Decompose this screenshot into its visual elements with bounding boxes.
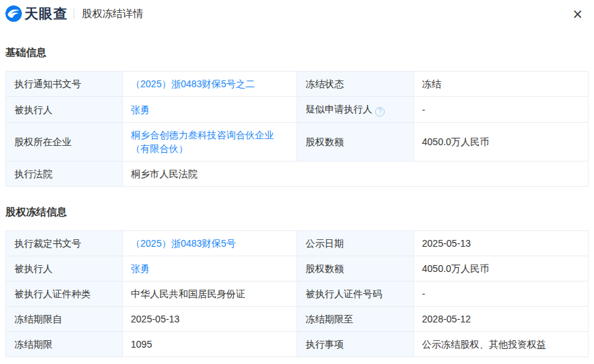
field-label: 执行法院 bbox=[6, 162, 123, 187]
tianyancha-logo-icon bbox=[5, 5, 22, 22]
field-label: 执行事项 bbox=[297, 332, 413, 357]
field-label: 冻结期限自 bbox=[6, 307, 123, 332]
field-label: 股权数额 bbox=[297, 256, 413, 282]
executed-person-link[interactable]: 张勇 bbox=[131, 104, 150, 115]
table-row: 被执行人 张勇 疑似申请执行人? - bbox=[6, 97, 589, 123]
field-label: 执行裁定书文号 bbox=[6, 231, 123, 256]
basic-info-table: 执行通知书文号 （2025）浙0483财保5号之二 冻结状态 冻结 被执行人 张… bbox=[5, 71, 589, 187]
help-icon[interactable]: ? bbox=[375, 107, 385, 117]
section-title-freeze-info: 股权冻结信息 bbox=[5, 206, 589, 219]
freeze-info-table: 执行裁定书文号 （2025）浙0483财保5号 公示日期 2025-05-13 … bbox=[5, 230, 589, 357]
table-row: 执行裁定书文号 （2025）浙0483财保5号 公示日期 2025-05-13 bbox=[6, 231, 589, 256]
field-value: （2025）浙0483财保5号 bbox=[122, 231, 297, 256]
executed-person-link[interactable]: 张勇 bbox=[131, 263, 150, 274]
tianyancha-logo-text: 天眼查 bbox=[25, 5, 68, 23]
table-row: 股权所在企业 桐乡合创德力叁科技咨询合伙企业（有限合伙） 股权数额 4050.0… bbox=[6, 123, 589, 162]
field-label: 冻结状态 bbox=[297, 72, 413, 97]
field-label: 股权数额 bbox=[297, 123, 413, 162]
field-label: 冻结期限至 bbox=[297, 307, 413, 332]
field-label: 公示日期 bbox=[297, 231, 413, 256]
modal-header: 天眼查 股权冻结详情 × bbox=[0, 0, 594, 27]
field-value: 桐乡合创德力叁科技咨询合伙企业（有限合伙） bbox=[122, 123, 297, 162]
field-value: 中华人民共和国居民身份证 bbox=[122, 282, 297, 307]
field-value: 4050.0万人民币 bbox=[413, 256, 588, 282]
table-row: 执行法院 桐乡市人民法院 bbox=[6, 162, 589, 187]
field-value: 冻结 bbox=[413, 72, 588, 97]
field-label: 被执行人 bbox=[6, 97, 123, 123]
field-label: 被执行人证件种类 bbox=[6, 282, 123, 307]
field-value: 2028-05-12 bbox=[413, 307, 588, 332]
notice-number-link[interactable]: （2025）浙0483财保5号之二 bbox=[131, 78, 255, 89]
table-row: 被执行人证件种类 中华人民共和国居民身份证 被执行人证件号码 - bbox=[6, 282, 589, 307]
field-value: 1095 bbox=[122, 332, 297, 357]
field-label: 被执行人 bbox=[6, 256, 123, 282]
page-title: 股权冻结详情 bbox=[82, 7, 143, 20]
modal-body: 基础信息 执行通知书文号 （2025）浙0483财保5号之二 冻结状态 冻结 被… bbox=[0, 46, 594, 357]
field-value: （2025）浙0483财保5号之二 bbox=[122, 72, 297, 97]
field-label: 冻结期限 bbox=[6, 332, 123, 357]
ruling-number-link[interactable]: （2025）浙0483财保5号 bbox=[131, 238, 236, 249]
field-value: 桐乡市人民法院 bbox=[122, 162, 588, 187]
header-divider bbox=[74, 8, 74, 19]
table-row: 冻结期限 1095 执行事项 公示冻结股权、其他投资权益 bbox=[6, 332, 589, 357]
field-label: 疑似申请执行人? bbox=[297, 97, 413, 123]
table-row: 冻结期限自 2025-05-13 冻结期限至 2028-05-12 bbox=[6, 307, 589, 332]
section-title-basic-info: 基础信息 bbox=[5, 46, 589, 59]
field-value: 4050.0万人民币 bbox=[413, 123, 588, 162]
tianyancha-logo[interactable]: 天眼查 bbox=[5, 5, 68, 23]
field-label: 执行通知书文号 bbox=[6, 72, 123, 97]
field-label: 股权所在企业 bbox=[6, 123, 123, 162]
table-row: 执行通知书文号 （2025）浙0483财保5号之二 冻结状态 冻结 bbox=[6, 72, 589, 97]
field-value: 2025-05-13 bbox=[122, 307, 297, 332]
field-value: 2025-05-13 bbox=[413, 231, 588, 256]
field-label-text: 疑似申请执行人 bbox=[306, 104, 372, 115]
company-link[interactable]: 桐乡合创德力叁科技咨询合伙企业（有限合伙） bbox=[131, 130, 274, 154]
field-value: - bbox=[413, 97, 588, 123]
close-icon[interactable]: × bbox=[569, 6, 586, 22]
field-value: - bbox=[413, 282, 588, 307]
field-value: 张勇 bbox=[122, 97, 297, 123]
field-value: 公示冻结股权、其他投资权益 bbox=[413, 332, 588, 357]
table-row: 被执行人 张勇 股权数额 4050.0万人民币 bbox=[6, 256, 589, 282]
field-value: 张勇 bbox=[122, 256, 297, 282]
field-label: 被执行人证件号码 bbox=[297, 282, 413, 307]
